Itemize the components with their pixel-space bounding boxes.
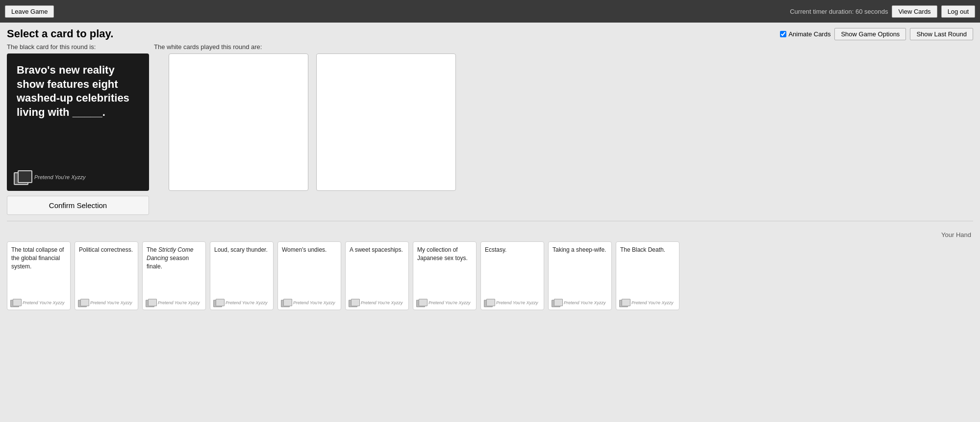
animate-cards-label[interactable]: Animate Cards [780,30,830,38]
hand-card-text-0: The total collapse of the global financi… [11,246,66,270]
hand-card-text-7: Ecstasy. [485,246,540,254]
card-logo-icon [14,170,31,184]
black-card-footer: Pretend You're Xyzzy [14,170,86,184]
black-card-section: Bravo's new reality show features eight … [7,53,149,215]
main-area: The black card for this round is: The wh… [0,43,980,315]
hand-card-3[interactable]: Loud, scary thunder. Pretend You're Xyzz… [210,241,274,310]
black-card-label: The black card for this round is: [7,43,154,51]
black-card: Bravo's new reality show features eight … [7,53,149,191]
hand-card-footer-8: Pretend You're Xyzzy [552,299,606,307]
small-brand-3: Pretend You're Xyzzy [226,300,268,305]
hand-card-footer-7: Pretend You're Xyzzy [484,299,538,307]
round-labels: The black card for this round is: The wh… [7,43,973,51]
hand-card-8[interactable]: Taking a sheep-wife. Pretend You're Xyzz… [548,241,612,310]
hand-card-6[interactable]: My collection of Japanese sex toys. Pret… [413,241,477,310]
small-logo-8 [552,299,562,307]
hand-card-text-4: Women's undies. [282,246,337,254]
page-title: Select a card to play. [7,27,113,40]
small-logo-0 [10,299,21,307]
show-game-options-button[interactable]: Show Game Options [834,28,906,40]
hand-card-text-2: The Strictly Come Dancing season finale. [147,246,201,270]
hand-card-text-8: Taking a sheep-wife. [553,246,607,254]
timer-text: Current timer duration: 60 seconds [790,8,888,15]
hand-card-footer-5: Pretend You're Xyzzy [349,299,403,307]
confirm-selection-button[interactable]: Confirm Selection [7,196,149,215]
topbar-right: Current timer duration: 60 seconds View … [790,5,975,18]
hand-card-5[interactable]: A sweet spaceships. Pretend You're Xyzzy [345,241,409,310]
header-row: Select a card to play. Animate Cards Sho… [0,23,980,43]
small-logo-2 [146,299,156,307]
small-logo-3 [213,299,224,307]
hand-card-footer-2: Pretend You're Xyzzy [146,299,200,307]
log-out-button[interactable]: Log out [941,5,975,18]
hand-card-footer-1: Pretend You're Xyzzy [78,299,132,307]
hand-card-4[interactable]: Women's undies. Pretend You're Xyzzy [277,241,341,310]
small-brand-2: Pretend You're Xyzzy [158,300,200,305]
hand-card-footer-4: Pretend You're Xyzzy [281,299,335,307]
small-brand-5: Pretend You're Xyzzy [361,300,403,305]
white-card-slot-2 [316,53,456,191]
hand-card-text-6: My collection of Japanese sex toys. [417,246,472,263]
small-brand-4: Pretend You're Xyzzy [293,300,335,305]
small-logo-6 [416,299,427,307]
hand-card-9[interactable]: The Black Death. Pretend You're Xyzzy [616,241,679,310]
leave-game-button[interactable]: Leave Game [5,5,54,18]
small-brand-9: Pretend You're Xyzzy [631,300,674,305]
hand-cards: The total collapse of the global financi… [7,241,973,315]
hand-card-footer-3: Pretend You're Xyzzy [213,299,268,307]
white-cards-label: The white cards played this round are: [154,43,973,51]
small-brand-6: Pretend You're Xyzzy [428,300,471,305]
white-card-slot-1 [169,53,308,191]
topbar: Leave Game Current timer duration: 60 se… [0,0,980,23]
hand-card-footer-0: Pretend You're Xyzzy [10,299,65,307]
white-slots-area [169,53,456,191]
black-card-text: Bravo's new reality show features eight … [17,63,139,119]
small-logo-5 [349,299,359,307]
hand-label: Your Hand [7,231,973,238]
small-brand-1: Pretend You're Xyzzy [90,300,132,305]
hand-card-7[interactable]: Ecstasy. Pretend You're Xyzzy [480,241,544,310]
small-brand-0: Pretend You're Xyzzy [23,300,65,305]
small-logo-9 [619,299,630,307]
show-last-round-button[interactable]: Show Last Round [910,28,973,40]
hand-card-1[interactable]: Political correctness. Pretend You're Xy… [75,241,138,310]
hand-card-text-1: Political correctness. [79,246,134,254]
header-controls: Animate Cards Show Game Options Show Las… [780,28,973,40]
hand-card-0[interactable]: The total collapse of the global financi… [7,241,71,310]
small-logo-4 [281,299,292,307]
hand-card-text-5: A sweet spaceships. [350,246,404,254]
card-brand-name: Pretend You're Xyzzy [34,174,86,180]
topbar-left: Leave Game [5,5,54,18]
hand-card-footer-9: Pretend You're Xyzzy [619,299,674,307]
animate-cards-text: Animate Cards [788,30,830,38]
hand-card-footer-6: Pretend You're Xyzzy [416,299,471,307]
small-brand-8: Pretend You're Xyzzy [564,300,606,305]
cards-area: Bravo's new reality show features eight … [7,53,973,215]
animate-cards-checkbox[interactable] [780,31,786,37]
small-logo-7 [484,299,495,307]
hand-card-text-3: Loud, scary thunder. [214,246,269,254]
hand-section: Your Hand The total collapse of the glob… [7,231,973,315]
divider [7,221,973,221]
small-logo-1 [78,299,89,307]
small-brand-7: Pretend You're Xyzzy [496,300,538,305]
view-cards-button[interactable]: View Cards [892,5,937,18]
hand-card-text-9: The Black Death. [620,246,675,254]
hand-card-2[interactable]: The Strictly Come Dancing season finale.… [142,241,206,310]
